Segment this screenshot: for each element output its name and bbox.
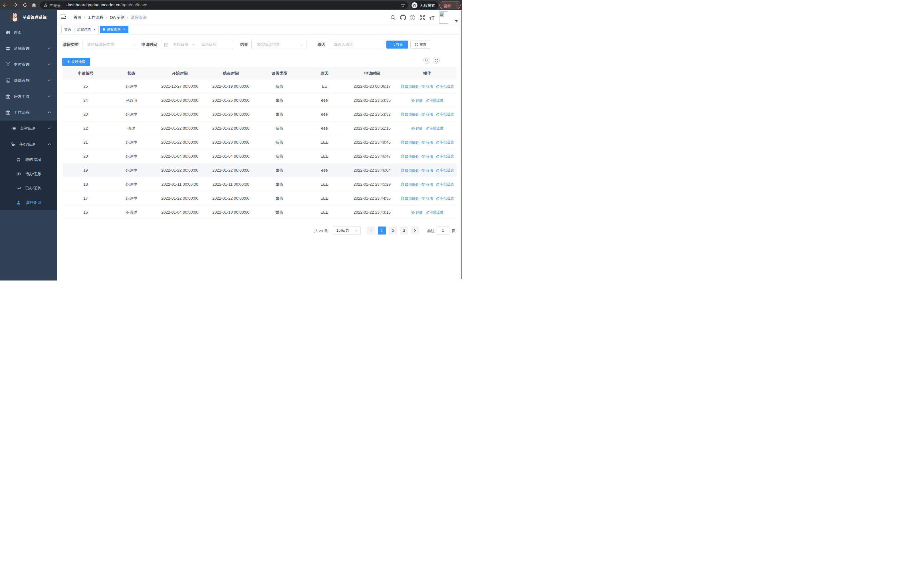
svg-text:T: T — [432, 15, 435, 20]
svg-text:T: T — [429, 17, 432, 20]
svg-text:?: ? — [411, 16, 413, 19]
